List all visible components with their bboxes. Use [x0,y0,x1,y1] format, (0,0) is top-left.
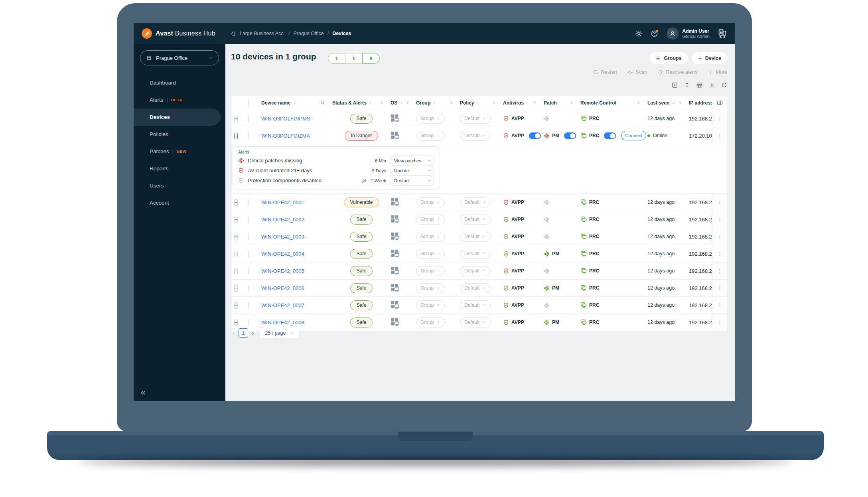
expand-row-button[interactable]: + [234,285,238,292]
select-all-checkbox[interactable] [248,100,249,106]
antivirus-toggle[interactable] [529,132,541,139]
page-number[interactable]: 1 [239,328,248,338]
add-device-button[interactable]: Device [692,52,727,64]
policy-dropdown[interactable]: Default [460,232,491,242]
sidebar-item-policies[interactable]: Policies [134,126,225,143]
breadcrumb-site[interactable]: Prague Office [294,31,324,36]
policy-dropdown[interactable]: Default [460,300,491,310]
policy-dropdown[interactable]: Default [460,215,491,225]
filter-icon[interactable] [569,101,580,105]
refresh-icon[interactable] [721,82,727,88]
breadcrumb-account[interactable]: Large Business Acc. [240,31,285,36]
device-name-link[interactable]: WIN-OPE42_0007 [261,302,304,308]
sidebar-item-patches[interactable]: Patches|NEW [134,143,225,160]
sidebar-collapse-button[interactable]: « [141,387,146,397]
row-menu-button[interactable] [717,303,722,308]
columns-settings-icon[interactable] [717,100,723,106]
row-checkbox[interactable] [248,199,249,206]
group-dropdown[interactable]: Group [416,318,445,327]
sort-icon[interactable] [292,101,297,105]
alert-action-button[interactable]: Update [390,166,434,176]
scan-button[interactable]: Scan [627,69,647,75]
company-switcher-icon[interactable] [718,29,727,38]
sidebar-item-users[interactable]: Users [134,177,225,194]
sidebar-item-alerts[interactable]: Alerts|BETA [134,91,225,108]
filter-icon[interactable] [379,101,391,105]
policy-dropdown[interactable]: Default [460,249,491,259]
search-icon[interactable] [320,100,332,105]
prev-page-button[interactable]: ‹ [233,330,235,336]
expand-row-button[interactable]: + [234,320,238,326]
sort-icon[interactable] [671,101,676,105]
row-checkbox[interactable] [248,285,249,292]
sort-icon[interactable] [399,101,404,105]
group-dropdown[interactable]: Group [416,283,445,293]
policy-dropdown[interactable]: Default [460,197,491,207]
connect-button[interactable]: Connect [621,131,646,140]
count-warning[interactable]: 1 [345,53,363,64]
group-dropdown[interactable]: Group [416,197,445,207]
sort-icon[interactable] [368,101,373,105]
row-menu-button[interactable] [717,268,722,274]
expand-row-button[interactable]: + [234,251,238,257]
add-column-icon[interactable] [672,82,678,88]
filter-icon[interactable] [405,101,416,105]
sidebar-item-account[interactable]: Account [134,194,225,211]
policy-dropdown[interactable]: Default [460,131,491,141]
group-dropdown[interactable]: Group [416,249,445,259]
expand-row-button[interactable]: + [234,234,238,240]
row-menu-button[interactable] [717,320,722,325]
device-name-link[interactable]: WIN-OPE42_0006 [261,285,304,291]
device-name-link[interactable]: WIN-OPE42_0002 [261,217,304,223]
next-page-button[interactable]: › [252,330,254,336]
company-selector[interactable]: Prague Office [140,50,219,65]
sidebar-item-reports[interactable]: Reports [134,160,225,177]
expand-row-button[interactable]: − [234,133,238,139]
row-menu-button[interactable] [717,116,722,121]
group-dropdown[interactable]: Group [416,215,445,225]
policy-dropdown[interactable]: Default [460,266,491,276]
row-menu-button[interactable] [717,133,722,138]
count-danger[interactable]: 1 [328,53,345,64]
row-checkbox[interactable] [248,132,249,139]
device-name-link[interactable]: WIN-OPE42_0005 [261,268,304,274]
expand-row-button[interactable]: + [234,217,238,223]
group-dropdown[interactable]: Group [416,232,445,242]
export-icon[interactable] [709,82,715,88]
device-name-link[interactable]: WIN-OPE42_0008 [261,320,304,325]
filter-icon[interactable] [678,101,689,105]
filter-icon[interactable] [449,101,460,105]
device-name-link[interactable]: WIN-O3POLFGIZMA [261,133,310,139]
expand-row-button[interactable]: + [234,268,238,274]
row-menu-button[interactable] [717,234,722,239]
groups-button[interactable]: Groups [650,52,687,64]
row-height-icon[interactable] [684,82,690,88]
row-menu-button[interactable] [717,286,722,291]
patch-toggle[interactable] [564,132,576,139]
device-name-link[interactable]: WIN-O3POLFGIPMS [261,116,310,122]
row-menu-button[interactable] [717,251,722,256]
expand-row-button[interactable]: + [234,116,238,122]
row-checkbox[interactable] [248,302,249,309]
alert-action-button[interactable]: Restart [390,176,434,186]
restart-button[interactable]: Restart [593,69,617,75]
filter-icon[interactable] [492,101,503,105]
sidebar-item-devices[interactable]: Devices [134,108,221,126]
help-icon[interactable] [651,30,659,37]
sort-icon[interactable] [475,101,480,105]
user-menu[interactable]: Admin User Global Admin [667,28,710,39]
alert-action-button[interactable]: View patches [390,156,434,166]
group-dropdown[interactable]: Group [416,131,445,141]
row-checkbox[interactable] [248,233,249,240]
group-dropdown[interactable]: Group [416,114,445,124]
filter-icon[interactable] [636,101,647,105]
resolve-alerts-button[interactable]: Resolve alerts [657,69,697,75]
table-view-icon[interactable] [696,82,702,88]
expand-row-button[interactable]: + [234,302,238,309]
row-checkbox[interactable] [248,250,249,257]
row-menu-button[interactable] [717,200,722,205]
remote-toggle[interactable] [604,132,616,139]
group-dropdown[interactable]: Group [416,300,445,310]
avatar[interactable] [667,28,679,39]
settings-gear-icon[interactable] [635,30,643,37]
